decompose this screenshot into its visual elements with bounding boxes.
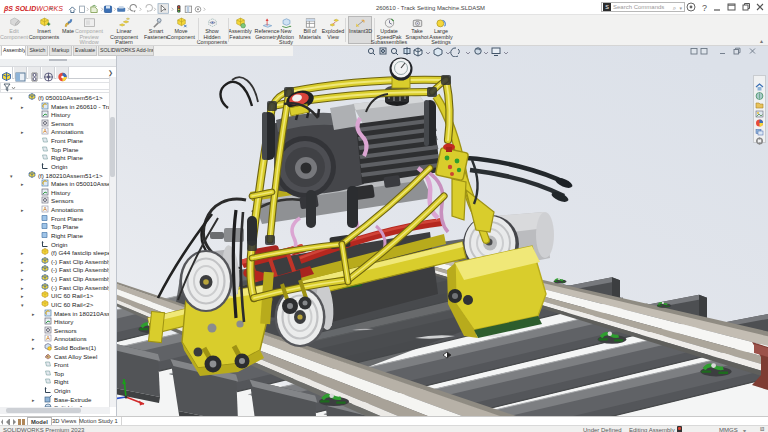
svg-text:A: A [43,206,47,212]
svg-text:A: A [43,128,47,134]
svg-text:A: A [46,335,50,341]
svg-text:?: ? [702,3,707,13]
